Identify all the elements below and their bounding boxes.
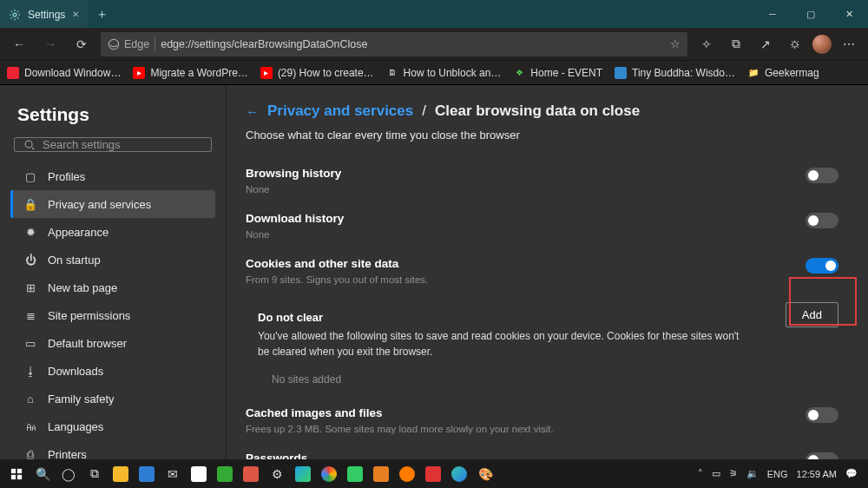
- sidebar-item-default-browser[interactable]: ▭Default browser: [10, 329, 215, 357]
- bookmark-item[interactable]: Tiny Buddha: Wisdo…: [615, 67, 735, 79]
- settings-sidebar: Settings Search settings ▢Profiles🔒Priva…: [0, 85, 226, 459]
- toggle-switch[interactable]: [806, 258, 838, 274]
- settings-heading: Settings: [17, 104, 208, 125]
- sidebar-item-on-startup[interactable]: ⏻On startup: [10, 246, 215, 274]
- taskbar-app[interactable]: [186, 461, 212, 487]
- taskbar-app[interactable]: [238, 461, 264, 487]
- bookmark-item[interactable]: Download Window…: [7, 67, 121, 79]
- sidebar-item-appearance[interactable]: ✹Appearance: [10, 218, 215, 246]
- refresh-button[interactable]: ⟳: [69, 32, 94, 56]
- language-icon: 🗛: [23, 420, 37, 433]
- new-tab-button[interactable]: ＋: [88, 0, 115, 28]
- nav-label: Privacy and services: [48, 198, 151, 211]
- profile-avatar[interactable]: [812, 35, 832, 54]
- svg-point-1: [108, 39, 118, 49]
- bookmark-item[interactable]: 🗎How to Unblock an…: [386, 67, 502, 79]
- setting-row: Browsing historyNone: [246, 159, 838, 204]
- share-icon[interactable]: ↗: [753, 32, 778, 56]
- sidebar-item-downloads[interactable]: ⭳Downloads: [10, 357, 215, 385]
- tray-chevron-icon[interactable]: ˄: [698, 468, 703, 479]
- setting-row: Cookies and other site dataFrom 9 sites.…: [246, 249, 838, 294]
- sidebar-item-languages[interactable]: 🗛Languages: [10, 412, 215, 440]
- tab-title: Settings: [28, 9, 65, 21]
- taskbar-app[interactable]: [342, 461, 368, 487]
- close-window-button[interactable]: ✕: [830, 0, 868, 28]
- system-tray[interactable]: ˄ ▭ ⚞ 🔉 ENG 12:59 AM 💬: [698, 468, 865, 479]
- setting-row: Cached images and filesFrees up 2.3 MB. …: [246, 399, 838, 444]
- taskbar-app[interactable]: [420, 461, 446, 487]
- toggle-switch[interactable]: [806, 168, 838, 183]
- notifications-icon[interactable]: 💬: [845, 468, 858, 479]
- toggle-switch[interactable]: [806, 452, 838, 459]
- setting-title: Cached images and files: [246, 406, 554, 419]
- bookmark-item[interactable]: ❖Home - EVENT: [513, 67, 602, 79]
- bookmark-item[interactable]: ▸Migrate a WordPre…: [133, 67, 247, 79]
- bookmark-item[interactable]: 📁Geekermag: [747, 67, 819, 79]
- cortana-icon[interactable]: ◯: [56, 461, 82, 487]
- address-bar[interactable]: Edge edge://settings/clearBrowsingDataOn…: [101, 32, 687, 56]
- setting-title: Cookies and other site data: [246, 257, 428, 270]
- taskbar-app[interactable]: ⚙: [264, 461, 290, 487]
- task-view-icon[interactable]: ⧉: [82, 461, 108, 487]
- taskbar-app[interactable]: ✉: [160, 461, 186, 487]
- do-not-clear-title: Do not clear: [258, 311, 744, 324]
- battery-icon[interactable]: ▭: [712, 468, 720, 479]
- do-not-clear-desc: You've allowed the following sites to sa…: [258, 329, 744, 359]
- permissions-icon: ≣: [23, 309, 37, 322]
- newtab-icon: ⊞: [23, 281, 37, 294]
- toggle-switch[interactable]: [806, 213, 838, 228]
- search-settings-input[interactable]: Search settings: [14, 137, 212, 152]
- forward-button[interactable]: →: [38, 32, 62, 56]
- power-icon: ⏻: [23, 254, 37, 267]
- tab-close-icon[interactable]: ✕: [72, 10, 79, 19]
- setting-title: Passwords: [246, 452, 571, 459]
- search-taskbar-icon[interactable]: 🔍: [30, 461, 56, 487]
- favorites-icon[interactable]: ✧: [694, 32, 719, 56]
- taskbar-app[interactable]: 🎨: [472, 461, 498, 487]
- sidebar-item-new-tab-page[interactable]: ⊞New tab page: [10, 274, 215, 301]
- menu-icon[interactable]: ⋯: [837, 32, 861, 56]
- browser-tab[interactable]: Settings ✕: [0, 0, 88, 28]
- minimize-button[interactable]: ─: [753, 0, 792, 28]
- nav-label: Site permissions: [48, 309, 130, 322]
- taskbar-app[interactable]: [134, 461, 160, 487]
- settings-nav: ▢Profiles🔒Privacy and services✹Appearanc…: [10, 162, 215, 459]
- nav-label: Languages: [48, 420, 103, 433]
- sidebar-item-printers[interactable]: ⎙Printers: [10, 440, 215, 459]
- wifi-icon[interactable]: ⚞: [729, 468, 738, 479]
- setting-title: Download history: [246, 212, 344, 225]
- taskbar-app[interactable]: [290, 461, 316, 487]
- printer-icon: ⎙: [23, 448, 37, 460]
- sidebar-item-profiles[interactable]: ▢Profiles: [10, 162, 215, 190]
- taskbar-app[interactable]: [316, 461, 342, 487]
- keyboard-lang[interactable]: ENG: [767, 469, 788, 479]
- url-text: edge://settings/clearBrowsingDataOnClose: [161, 38, 367, 50]
- taskbar-app[interactable]: [212, 461, 238, 487]
- taskbar-app[interactable]: [446, 461, 472, 487]
- setting-title: Browsing history: [246, 167, 341, 180]
- setting-subtitle: From 9 sites. Signs you out of most site…: [246, 273, 428, 287]
- nav-label: Printers: [48, 448, 87, 460]
- taskbar-app[interactable]: [108, 461, 134, 487]
- breadcrumb-back-icon[interactable]: ←: [246, 104, 259, 119]
- volume-icon[interactable]: 🔉: [746, 468, 759, 479]
- sidebar-item-family-safety[interactable]: ⌂Family safety: [10, 385, 215, 412]
- taskbar-app[interactable]: [394, 461, 420, 487]
- sidebar-item-privacy-and-services[interactable]: 🔒Privacy and services: [10, 190, 215, 218]
- extension-icon[interactable]: ⛭: [783, 32, 807, 56]
- taskbar-app[interactable]: [368, 461, 394, 487]
- sidebar-item-site-permissions[interactable]: ≣Site permissions: [10, 301, 215, 329]
- breadcrumb-parent-link[interactable]: Privacy and services: [267, 102, 413, 120]
- toggle-switch[interactable]: [806, 407, 838, 423]
- collections-icon[interactable]: ⧉: [724, 32, 748, 56]
- bookmark-item[interactable]: ▸(29) How to create…: [260, 67, 374, 79]
- maximize-button[interactable]: ▢: [792, 0, 830, 28]
- do-not-clear-empty: No sites added: [272, 373, 744, 386]
- svg-rect-4: [17, 468, 22, 472]
- clock[interactable]: 12:59 AM: [797, 469, 837, 479]
- favorite-star-icon[interactable]: ☆: [670, 37, 681, 50]
- start-button[interactable]: [3, 461, 30, 487]
- back-button[interactable]: ←: [7, 32, 31, 56]
- nav-label: Appearance: [48, 226, 108, 239]
- add-button[interactable]: Add: [786, 302, 838, 327]
